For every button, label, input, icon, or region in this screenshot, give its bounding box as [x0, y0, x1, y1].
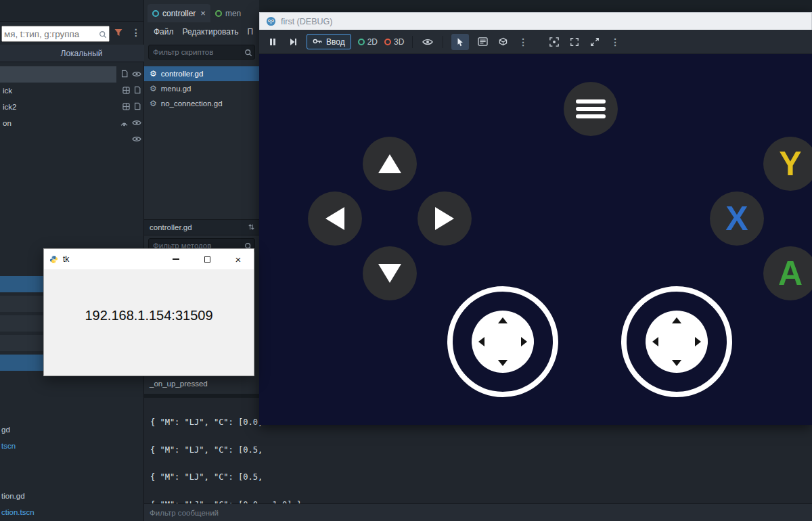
scene-icon — [152, 10, 159, 17]
visibility-button[interactable] — [421, 34, 434, 50]
select-tool-button[interactable] — [451, 34, 469, 50]
badge-icon[interactable] — [122, 87, 130, 95]
a-button[interactable]: A — [763, 246, 812, 300]
script-icon[interactable] — [133, 86, 141, 95]
focus-selection-button[interactable] — [547, 34, 561, 50]
dpad-up-button[interactable] — [363, 137, 417, 191]
right-arrow-icon — [435, 207, 454, 230]
joystick-knob[interactable] — [472, 311, 534, 373]
input-mode-button[interactable]: Ввод — [307, 34, 351, 49]
screen: ⋮ Локальный ick ick2 — [0, 0, 812, 521]
hamburger-icon — [576, 99, 606, 118]
tk-titlebar[interactable]: tk × — [44, 249, 254, 269]
tree-row[interactable]: ick — [0, 83, 144, 99]
scene-icon — [215, 10, 222, 17]
toolbar-separator — [412, 36, 413, 48]
file-row[interactable]: tion.gd — [0, 489, 144, 503]
game-viewport: Y X A — [259, 54, 812, 425]
search-icon — [244, 47, 252, 60]
mesh-view-button[interactable] — [496, 34, 510, 50]
eye-icon[interactable] — [132, 135, 141, 144]
joy-right-arrow-icon — [695, 337, 701, 346]
minimize-button[interactable] — [160, 249, 191, 269]
method-row[interactable]: _on_up_pressed — [144, 376, 259, 391]
tree-row[interactable]: ick2 — [0, 99, 144, 115]
filter-scripts — [148, 45, 255, 60]
game-debug-window: first (DEBUG) Ввод 2D 3D — [259, 12, 812, 425]
eye-icon[interactable] — [132, 119, 141, 128]
script-row[interactable]: ⚙ no_connection.gd — [144, 96, 259, 111]
tab-local[interactable]: Локальный — [0, 45, 144, 62]
close-button[interactable]: × — [223, 249, 254, 269]
dpad-left-button[interactable] — [308, 191, 362, 246]
node-filter — [1, 26, 110, 42]
game-window-titlebar[interactable]: first (DEBUG) — [259, 12, 812, 30]
menu-more[interactable]: П — [247, 27, 253, 37]
next-frame-button[interactable] — [286, 34, 300, 50]
maximize-button[interactable] — [191, 249, 223, 269]
file-row[interactable]: gd — [0, 422, 144, 437]
signal-icon[interactable] — [120, 119, 129, 128]
fit-view-icon — [570, 37, 579, 47]
tree-row[interactable]: on — [0, 115, 144, 131]
x-button[interactable]: X — [710, 191, 764, 246]
filter-icon[interactable] — [114, 28, 125, 39]
search-icon — [99, 29, 107, 41]
node-filter-input[interactable] — [1, 26, 110, 42]
menu-edit[interactable]: Редактировать — [183, 27, 239, 37]
cursor-icon — [455, 37, 465, 47]
message-filter-input[interactable] — [144, 504, 812, 521]
pause-button[interactable] — [266, 34, 279, 50]
gdscript-icon: ⚙ — [150, 85, 157, 93]
file-row[interactable]: tscn — [0, 438, 144, 453]
script-row[interactable]: ⚙ controller.gd — [144, 66, 259, 81]
scene-tabs: controller × men — [144, 4, 259, 22]
left-arrow-icon — [325, 207, 344, 230]
gdscript-icon: ⚙ — [150, 70, 157, 78]
close-icon[interactable]: × — [200, 8, 206, 18]
fullscreen-button[interactable] — [588, 34, 602, 50]
joy-left-arrow-icon — [478, 337, 484, 346]
gdscript-icon: ⚙ — [150, 99, 157, 108]
badge-icon[interactable] — [122, 103, 130, 112]
mode-3d-button[interactable]: 3D — [384, 37, 404, 47]
dpad-down-button[interactable] — [363, 246, 417, 300]
current-script-header: controller.gd — [144, 219, 259, 235]
y-button[interactable]: Y — [763, 137, 812, 191]
dpad-right-button[interactable] — [418, 191, 472, 246]
mode-2d-button[interactable]: 2D — [358, 37, 378, 47]
list-panel-button[interactable] — [476, 34, 489, 50]
log-line: { "M": "LJ", "C": [0.5, — [150, 446, 812, 455]
debug-toolbar: Ввод 2D 3D ⋮ — [259, 30, 812, 54]
file-row[interactable]: ction.tscn — [0, 505, 144, 520]
focus-selection-icon — [549, 37, 559, 47]
sort-icon[interactable] — [248, 223, 255, 232]
kebab-menu-icon[interactable]: ⋮ — [608, 34, 622, 50]
joystick-knob[interactable] — [646, 311, 708, 373]
eye-icon[interactable] — [132, 70, 141, 79]
tab-menu[interactable]: men — [210, 4, 246, 22]
down-arrow-icon — [378, 264, 401, 283]
tk-window-title: tk — [63, 254, 160, 264]
godot-icon — [266, 16, 276, 26]
filter-scripts-input[interactable] — [148, 45, 255, 60]
python-icon — [49, 255, 58, 264]
menu-button[interactable] — [564, 82, 618, 136]
message-filter — [144, 503, 812, 521]
script-icon[interactable] — [120, 70, 129, 79]
close-icon: × — [235, 254, 242, 265]
script-icon[interactable] — [133, 102, 141, 112]
joy-down-arrow-icon — [672, 360, 681, 366]
script-row[interactable]: ⚙ menu.gd — [144, 81, 259, 96]
tab-controller[interactable]: controller × — [148, 4, 210, 22]
fit-view-button[interactable] — [568, 34, 581, 50]
tree-row[interactable] — [0, 66, 144, 83]
circle-3d-icon — [384, 39, 391, 45]
kebab-menu-icon[interactable]: ⋮ — [516, 34, 530, 50]
circle-2d-icon — [358, 39, 365, 45]
right-joystick[interactable] — [621, 286, 732, 397]
tree-row[interactable] — [0, 131, 144, 148]
menu-file[interactable]: Файл — [154, 27, 174, 37]
left-joystick[interactable] — [447, 286, 558, 397]
kebab-menu-icon[interactable]: ⋮ — [131, 28, 141, 37]
